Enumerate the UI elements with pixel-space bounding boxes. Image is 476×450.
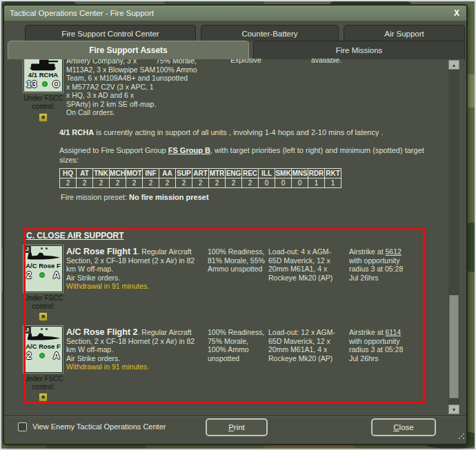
tab-counter-battery[interactable]: Counter-Battery [201, 25, 339, 41]
col-header: SUP [176, 169, 192, 178]
artillery-loadout-fragment: Explosive [230, 59, 292, 65]
scroll-down-icon[interactable]: ▼ [448, 405, 459, 414]
fire-support-group-link[interactable]: FS Group B [168, 146, 210, 154]
priority-value: 2 [226, 178, 242, 188]
jet-badge-icon: J [23, 326, 31, 334]
close-icon[interactable]: X [453, 8, 461, 18]
priority-value: 2 [126, 178, 143, 188]
jet-badge-icon: J [23, 245, 31, 253]
mission-suffix: with opportunity radius 3 at 05:28 Jul 2… [349, 337, 403, 362]
priority-value: 2 [143, 178, 159, 188]
priority-value: 2 [60, 178, 77, 188]
target-priority-table: HQ AT TNK MCH MOT INF AA SUP ART MTR ENG… [59, 168, 341, 188]
col-header: AT [77, 169, 93, 178]
preset-label: Fire mission preset: [61, 193, 129, 201]
tab-label: Air Support [384, 30, 424, 38]
close-button[interactable]: Close [371, 418, 436, 436]
tab-label: Counter-Battery [241, 30, 297, 38]
priority-value-row: 2 2 2 2 2 2 2 2 2 2 2 2 0 0 0 1 1 [60, 178, 341, 188]
priority-value: 2 [110, 178, 126, 188]
artillery-mission-fragment: available. [311, 59, 380, 65]
col-header: AA [159, 169, 176, 178]
priority-value: 2 [159, 178, 176, 188]
support-note-text: is currently acting in support of all un… [94, 128, 383, 136]
fscc-control-indicator-icon: ✖ [39, 393, 48, 402]
tab-fire-missions[interactable]: Fire Missions [253, 41, 465, 59]
window-title: Tactical Operations Center - Fire Suppor… [10, 9, 154, 17]
unit-stats: 2 A [24, 269, 62, 280]
mission-prefix: Airstrike at [349, 328, 386, 336]
col-header: SMK [275, 169, 292, 178]
flight-entry-rose-1: J A/C Rose F 2 A Under FSCC control: ✖ A… [5, 245, 446, 326]
flight-orders: Air Strike orders. [66, 274, 120, 282]
artillery-vehicle-silhouette-icon [26, 59, 61, 71]
unit-counter-rose-flight-2[interactable]: J A/C Rose F 2 A [23, 326, 63, 373]
col-header: ENG [226, 169, 242, 178]
section-dots-icon [41, 328, 43, 330]
under-fscc-control-label: Under FSCC control: [19, 294, 68, 311]
view-enemy-toc-label: View Enemy Tactical Operations Center [32, 422, 166, 431]
scroll-up-icon[interactable]: ▲ [448, 60, 459, 70]
priority-value: 2 [176, 178, 192, 188]
print-initial: P [228, 423, 234, 431]
flight-orders: Air Strike orders. [66, 354, 120, 362]
assigned-group-note: Assigned to Fire Support Group FS Group … [59, 145, 432, 165]
col-header: MTR [209, 169, 226, 178]
priority-header-row: HQ AT TNK MCH MOT INF AA SUP ART MTR ENG… [60, 169, 341, 178]
unit-name: A/C Rose F [24, 262, 62, 269]
flight-mission: Airstrike at 6114 with opportunity radiu… [349, 328, 414, 362]
flight-description: A/C Rose Flight 2. Regular Aircraft Sect… [66, 328, 201, 371]
col-header: TNK [93, 169, 110, 178]
priority-value: 2 [209, 178, 226, 188]
priority-value: 0 [259, 178, 275, 188]
unit-quality: O [52, 79, 60, 90]
priority-value: 0 [275, 178, 292, 188]
assets-list: 4/1 RCHA 13 O Under FSCC control: ✖ Arti… [5, 59, 467, 416]
withdrawal-warning: Withdrawal in 91 minutes. [66, 282, 149, 290]
view-enemy-toc-checkbox[interactable] [18, 422, 27, 431]
tab-fire-support-assets-active[interactable]: Fire Support Assets [8, 41, 249, 59]
unit-quality: A [53, 350, 60, 361]
screenshot-frame: Tactical Operations Center - Fire Suppor… [0, 0, 476, 450]
flight-name: A/C Rose Flight 1 [66, 247, 137, 256]
vertical-scrollbar[interactable]: ▲ ▼ [448, 60, 459, 414]
unit-strength: 2 [26, 269, 32, 280]
under-fscc-control-label: Under FSCC control: [19, 94, 68, 111]
flight-name: A/C Rose Flight 2 [66, 327, 137, 337]
tab-air-support[interactable]: Air Support [344, 25, 465, 41]
unit-name: 4/1 RCHA [24, 71, 62, 79]
scrollbar-track[interactable] [448, 70, 459, 405]
mission-target-link[interactable]: 6114 [386, 328, 401, 336]
col-header: HQ [60, 169, 77, 178]
tab-fire-support-control-center[interactable]: Fire Support Control Center [25, 25, 196, 41]
section-dots-icon [41, 247, 43, 249]
col-header: REC [242, 169, 259, 178]
resize-grip-icon[interactable] [458, 433, 465, 440]
unit-stats: 13 O [24, 79, 62, 90]
tab-label: Fire Support Control Center [61, 30, 159, 38]
status-dot-icon [42, 81, 48, 87]
flight-status: 100% Readiness, 81% Morale, 55% Ammo uns… [208, 247, 266, 274]
close-initial: C [393, 423, 399, 431]
scrollbar-thumb[interactable] [449, 295, 459, 398]
flight-status: 100% Readiness, 75% Morale, 100% Ammo un… [208, 328, 266, 362]
withdrawal-warning: Withdrawal in 91 minutes. [66, 362, 149, 371]
unit-counter-4-1-rcha[interactable]: 4/1 RCHA 13 O [23, 59, 63, 92]
unit-counter-rose-flight-1[interactable]: J A/C Rose F 2 A [23, 245, 63, 292]
col-header: MNS [292, 169, 308, 178]
flight-loadout: Load-out: 4 x AGM-65D Maverick, 12 x 20m… [268, 247, 343, 282]
print-button[interactable]: Print [206, 418, 268, 436]
mission-target-link[interactable]: 5612 [386, 247, 401, 256]
status-dot-icon [39, 272, 45, 278]
priority-value: 2 [77, 178, 93, 188]
unit-strength: 2 [26, 350, 32, 361]
priority-value: 2 [242, 178, 259, 188]
support-note: 4/1 RCHA is currently acting in support … [59, 128, 442, 137]
col-header: RKT [325, 169, 341, 178]
priority-value: 2 [93, 178, 110, 188]
flight-description: A/C Rose Flight 1. Regular Aircraft Sect… [66, 247, 201, 291]
support-note-unit: 4/1 RCHA [59, 128, 94, 136]
mission-suffix: with opportunity radius 3 at 05:28 Jul 2… [349, 256, 403, 282]
fire-mission-preset: Fire mission preset: No fire mission pre… [61, 193, 209, 202]
unit-stats: 2 A [24, 350, 62, 361]
